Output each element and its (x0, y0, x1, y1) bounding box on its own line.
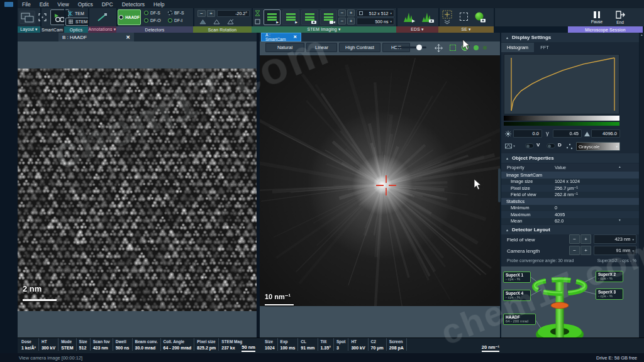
fit-view-button[interactable] (448, 43, 457, 52)
camera-length-dropdown[interactable]: 91 mm▾ (594, 246, 636, 255)
fov-minus-button[interactable]: − (569, 234, 580, 244)
mode-natural-button[interactable]: Natural (265, 43, 304, 52)
menu-dpc[interactable]: DPC (102, 1, 113, 8)
black-level-field[interactable]: 0.0 (513, 129, 542, 138)
haadf-scale-bar (23, 299, 57, 301)
fullscreen-button[interactable] (37, 12, 47, 22)
tab-haadf[interactable]: B : HAADF ✕ (58, 33, 134, 41)
camera-length-minus-button[interactable]: − (569, 246, 580, 255)
menu-view[interactable]: View (57, 1, 69, 8)
camera-length-label: Camera length (507, 248, 540, 254)
annotation-measure-button[interactable] (94, 11, 109, 24)
dwell-plus-button[interactable]: + (347, 18, 355, 25)
tab-histogram[interactable]: Histogram (501, 43, 534, 52)
haadf-stem-image[interactable] (18, 69, 257, 311)
tab-fft[interactable]: FFT (534, 43, 555, 52)
se-capture-button[interactable] (472, 9, 487, 25)
gamma-field[interactable]: 0.45 (553, 129, 582, 138)
stem-mode-button[interactable]: STEM (65, 18, 89, 26)
pause-session-button[interactable]: Pause (588, 9, 606, 26)
acquire-image-button[interactable] (301, 9, 318, 25)
auto-contrast-button[interactable]: ▾ (504, 142, 516, 150)
detector-layout-header[interactable]: ▴ Detector Layout (501, 225, 639, 234)
reduced-area-button[interactable] (458, 11, 469, 22)
record-series-button[interactable] (320, 9, 337, 25)
resolution-plus-button[interactable]: + (347, 9, 355, 16)
frame-tool-button[interactable] (253, 18, 262, 25)
detector-option-df-i[interactable]: DF-I (168, 18, 182, 23)
toggle-v[interactable] (525, 143, 534, 148)
group-label-eds[interactable]: EDS ▾ (396, 26, 438, 33)
chevron-down-icon: ▾ (513, 144, 515, 148)
menu-help[interactable]: Help (153, 1, 164, 8)
layout-button[interactable] (19, 11, 35, 24)
fov-plus-button[interactable]: + (580, 234, 591, 244)
menu-file[interactable]: File (22, 1, 31, 8)
play-once-icon: ▶ (295, 21, 297, 24)
scroll-up-icon[interactable]: ▴ (641, 33, 643, 36)
detector-option-df-o[interactable]: DF-O (144, 18, 161, 23)
colormap-dropdown[interactable]: Grayscale ▾ (576, 142, 620, 151)
close-icon[interactable]: ✕ (126, 35, 130, 40)
group-label-se[interactable]: SE ▾ (438, 26, 494, 33)
table-scroll-up-icon[interactable]: ▴ (619, 165, 621, 168)
sidebar-scrollbar[interactable]: ▴ ▾ (640, 33, 644, 351)
group-label-microscope-session: Microscope Session (568, 26, 643, 33)
histogram-plot[interactable] (504, 54, 619, 114)
table-scroll-down-icon[interactable]: ▾ (619, 218, 621, 222)
continuous-scan-button[interactable]: ▶ (264, 9, 280, 25)
beam-position-button[interactable] (440, 9, 454, 26)
smartcam-diffraction-image[interactable] (260, 55, 500, 306)
camera-length-plus-button[interactable]: + (580, 246, 591, 255)
menu-edit[interactable]: Edit (40, 1, 49, 8)
detector-option-bf-s[interactable]: BF-S (168, 11, 184, 15)
radio-ring-icon (144, 11, 148, 15)
beam-dot-button[interactable] (472, 44, 480, 52)
object-properties-header[interactable]: ▴ Object Properties (501, 153, 639, 163)
scan-rotation-minus-button[interactable]: − (197, 10, 206, 17)
minus-icon: − (341, 10, 344, 16)
rotation-ccw-icon (213, 19, 221, 25)
toggle-d[interactable] (547, 143, 555, 148)
property-row: Minimum0 (501, 205, 639, 212)
status-cell: ModeSTEM (58, 338, 76, 351)
mode-linear-button[interactable]: Linear (306, 43, 337, 52)
mode-high-contrast-button[interactable]: High Contrast (339, 43, 380, 52)
scan-rotation-left-button[interactable] (211, 18, 222, 25)
group-label-layout[interactable]: Layout ▾ (18, 26, 40, 33)
scan-rotation-right-button[interactable] (225, 18, 236, 25)
end-session-button[interactable]: End (611, 9, 629, 26)
single-scan-button[interactable]: ▶ (282, 9, 299, 25)
tab-smartcam[interactable]: A : SmartCam ✕ (261, 33, 301, 41)
eds-capture-button[interactable] (419, 9, 435, 25)
display-settings-header[interactable]: ▴ Display Settings (501, 33, 639, 42)
contrast-slider-knob[interactable] (416, 45, 422, 50)
group-label-annotations[interactable]: Annotations ▾ (88, 26, 116, 33)
dwell-time-dropdown[interactable]: 500 ns▾ (357, 18, 394, 25)
group-label-stem-imaging[interactable]: STEM Imaging ▾ (252, 26, 396, 33)
beam-dim-button[interactable] (482, 45, 488, 51)
focus-tool-button[interactable] (253, 9, 262, 17)
white-level-field[interactable]: 4096.0 (591, 129, 620, 138)
haadf-detector-button[interactable]: HAADF (118, 9, 141, 25)
eds-acquire-button[interactable] (401, 9, 417, 25)
resolution-minus-button[interactable]: − (338, 9, 346, 16)
spectrum-camera-icon (421, 11, 434, 23)
panel-collapse-handle[interactable] (498, 168, 501, 202)
status-cell: Size512 (77, 338, 91, 351)
detector-box-superx2: SuperX 2- cps - % (596, 271, 623, 282)
close-icon[interactable]: ✕ (293, 35, 297, 40)
fov-dropdown[interactable]: 423 nm▾ (594, 234, 636, 244)
detector-option-df-s[interactable]: DF-S (144, 11, 160, 15)
center-beam-button[interactable] (434, 43, 443, 52)
status-cell: Beam conv.30.0 mrad (133, 338, 161, 351)
dwell-minus-button[interactable]: − (338, 18, 346, 25)
scan-rotation-plus-button[interactable]: + (207, 10, 215, 17)
scan-rotation-reset-button[interactable] (197, 18, 208, 25)
menu-detectors[interactable]: Detectors (122, 1, 145, 8)
scan-rotation-value-field[interactable]: -20.2° (217, 10, 250, 17)
menu-optics[interactable]: Optics (78, 1, 93, 8)
resolution-dropdown[interactable]: 512 x 512▾ (357, 9, 394, 17)
detector-box-superx4: SuperX 4- cps - % (503, 290, 531, 301)
tem-mode-button[interactable]: TEM (65, 9, 89, 18)
